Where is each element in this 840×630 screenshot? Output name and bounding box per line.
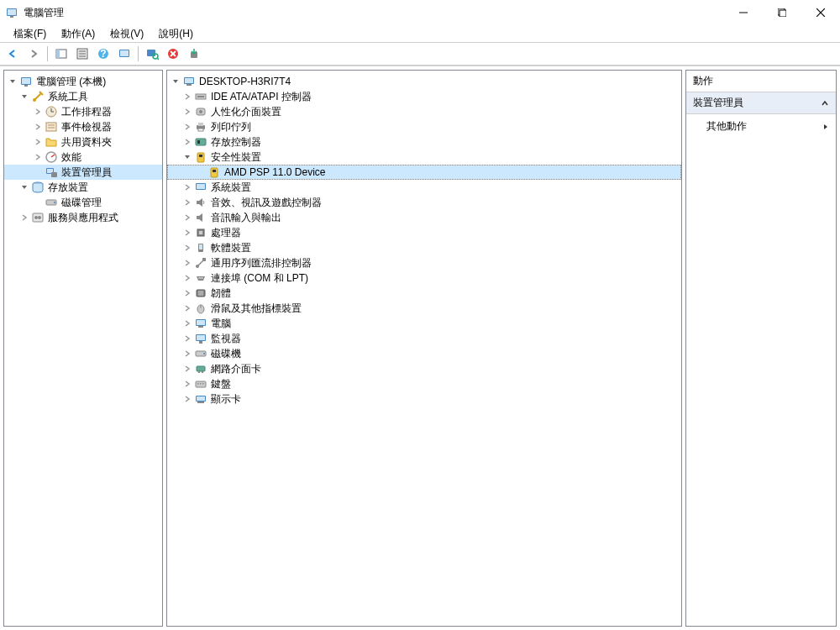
svg-rect-18 xyxy=(147,50,155,56)
chevron-right-icon[interactable] xyxy=(33,137,43,147)
svg-point-52 xyxy=(199,110,202,113)
device-hid[interactable]: 人性化介面裝置 xyxy=(167,104,681,119)
device-sound-video-game[interactable]: 音效、視訊及遊戲控制器 xyxy=(167,195,681,210)
toolbar-uninstall-button[interactable] xyxy=(164,45,182,63)
chevron-right-icon[interactable] xyxy=(182,213,192,223)
tree-storage[interactable]: 存放裝置 xyxy=(4,180,162,195)
svg-rect-57 xyxy=(197,140,200,144)
device-label: 軟體裝置 xyxy=(211,241,251,255)
device-usb-controllers[interactable]: 通用序列匯流排控制器 xyxy=(167,255,681,270)
svg-rect-55 xyxy=(198,129,203,131)
device-processors[interactable]: 處理器 xyxy=(167,225,681,240)
device-display-adapters[interactable]: 顯示卡 xyxy=(167,391,681,407)
device-monitors[interactable]: 監視器 xyxy=(167,331,681,346)
device-audio-io[interactable]: 音訊輸入與輸出 xyxy=(167,210,681,225)
device-ide-atapi[interactable]: IDE ATA/ATAPI 控制器 xyxy=(167,89,681,104)
device-root-computer[interactable]: DESKTOP-H3RI7T4 xyxy=(167,74,681,89)
device-software-devices[interactable]: 軟體裝置 xyxy=(167,240,681,255)
menu-file[interactable]: 檔案(F) xyxy=(7,25,53,43)
tree-system-tools[interactable]: 系統工具 xyxy=(4,89,162,104)
chevron-down-icon[interactable] xyxy=(19,182,29,192)
chevron-right-icon[interactable] xyxy=(182,333,192,344)
chevron-right-icon[interactable] xyxy=(182,92,192,102)
toolbar-show-hide-button[interactable] xyxy=(52,45,71,63)
actions-more[interactable]: 其他動作 xyxy=(686,114,836,139)
chevron-right-icon[interactable] xyxy=(182,122,192,132)
chevron-right-icon[interactable] xyxy=(19,213,29,223)
svg-rect-54 xyxy=(198,123,203,126)
chevron-right-icon[interactable] xyxy=(182,197,192,207)
device-amd-psp[interactable]: AMD PSP 11.0 Device xyxy=(167,165,681,180)
chevron-down-icon[interactable] xyxy=(171,76,181,87)
svg-point-71 xyxy=(198,277,200,279)
menu-help[interactable]: 說明(H) xyxy=(152,25,200,43)
device-label: AMD PSP 11.0 Device xyxy=(224,166,326,178)
tree-disk-management[interactable]: 磁碟管理 xyxy=(4,195,162,210)
svg-rect-9 xyxy=(56,50,60,58)
tree-shared-folders[interactable]: 共用資料夾 xyxy=(4,134,162,150)
chevron-right-icon[interactable] xyxy=(182,107,192,117)
chevron-down-icon[interactable] xyxy=(8,76,18,87)
chevron-right-icon[interactable] xyxy=(182,288,192,298)
toolbar-update-button[interactable] xyxy=(185,45,203,63)
device-firmware[interactable]: 韌體 xyxy=(167,286,681,301)
left-tree-panel[interactable]: 電腦管理 (本機) 系統工具 工作排程器 事件檢視器 共用資料夾 效能 xyxy=(3,70,163,627)
device-storage-controllers[interactable]: 存放控制器 xyxy=(167,134,681,150)
device-disk-drives[interactable]: 磁碟機 xyxy=(167,346,681,361)
device-manager-icon xyxy=(45,165,58,179)
toolbar-back-button[interactable] xyxy=(3,45,22,63)
chevron-right-icon[interactable] xyxy=(182,318,192,328)
toolbar-properties-button[interactable] xyxy=(73,45,92,63)
toolbar: ? xyxy=(0,42,840,66)
device-computer-category[interactable]: 電腦 xyxy=(167,316,681,331)
tree-services-apps[interactable]: 服務與應用程式 xyxy=(4,210,162,225)
chevron-right-icon[interactable] xyxy=(33,152,43,162)
close-button[interactable] xyxy=(801,0,840,25)
device-print-queues[interactable]: 列印佇列 xyxy=(167,119,681,134)
chevron-right-icon[interactable] xyxy=(182,364,192,374)
chevron-right-icon[interactable] xyxy=(182,273,192,283)
tree-root-computer-management[interactable]: 電腦管理 (本機) xyxy=(4,74,162,89)
tree-device-manager[interactable]: 裝置管理員 xyxy=(4,165,162,180)
menu-view[interactable]: 檢視(V) xyxy=(103,25,150,43)
svg-rect-82 xyxy=(198,326,203,328)
chevron-right-icon[interactable] xyxy=(182,137,192,147)
chevron-right-icon[interactable] xyxy=(182,394,192,404)
device-mice[interactable]: 滑鼠及其他指標裝置 xyxy=(167,301,681,316)
device-tree-panel[interactable]: DESKTOP-H3RI7T4 IDE ATA/ATAPI 控制器 人性化介面裝… xyxy=(166,70,682,627)
maximize-button[interactable] xyxy=(763,0,801,25)
svg-rect-39 xyxy=(51,172,57,177)
chevron-down-icon[interactable] xyxy=(19,92,29,102)
toolbar-help-button[interactable]: ? xyxy=(94,45,113,63)
chevron-right-icon[interactable] xyxy=(33,107,43,117)
chevron-right-icon[interactable] xyxy=(33,122,43,132)
chevron-right-icon[interactable] xyxy=(182,379,192,389)
svg-rect-60 xyxy=(211,168,218,177)
toolbar-scan-button[interactable] xyxy=(143,45,161,63)
tree-performance[interactable]: 效能 xyxy=(4,150,162,165)
svg-rect-61 xyxy=(213,170,216,172)
folder-icon xyxy=(45,135,58,149)
chevron-down-icon[interactable] xyxy=(182,152,192,162)
tree-event-viewer[interactable]: 事件檢視器 xyxy=(4,119,162,134)
device-network-adapters[interactable]: 網路介面卡 xyxy=(167,361,681,376)
chevron-right-icon[interactable] xyxy=(182,303,192,313)
monitor-icon xyxy=(194,332,207,345)
chevron-right-icon[interactable] xyxy=(182,182,192,192)
menu-action[interactable]: 動作(A) xyxy=(55,25,102,43)
chevron-right-icon[interactable] xyxy=(182,228,192,238)
device-ports[interactable]: 連接埠 (COM 和 LPT) xyxy=(167,270,681,286)
toolbar-forward-button[interactable] xyxy=(24,45,43,63)
device-label: 連接埠 (COM 和 LPT) xyxy=(211,271,308,286)
chevron-right-icon[interactable] xyxy=(182,258,192,268)
toolbar-refresh-button[interactable] xyxy=(115,45,134,63)
device-keyboards[interactable]: 鍵盤 xyxy=(167,376,681,391)
actions-section-device-manager[interactable]: 裝置管理員 xyxy=(686,92,836,114)
chevron-right-icon[interactable] xyxy=(182,349,192,359)
minimize-button[interactable] xyxy=(724,0,763,25)
device-system-devices[interactable]: 系統裝置 xyxy=(167,180,681,195)
main-area: 電腦管理 (本機) 系統工具 工作排程器 事件檢視器 共用資料夾 效能 xyxy=(0,66,840,630)
chevron-right-icon[interactable] xyxy=(182,243,192,253)
tree-task-scheduler[interactable]: 工作排程器 xyxy=(4,104,162,119)
device-security-devices[interactable]: 安全性裝置 xyxy=(167,150,681,165)
